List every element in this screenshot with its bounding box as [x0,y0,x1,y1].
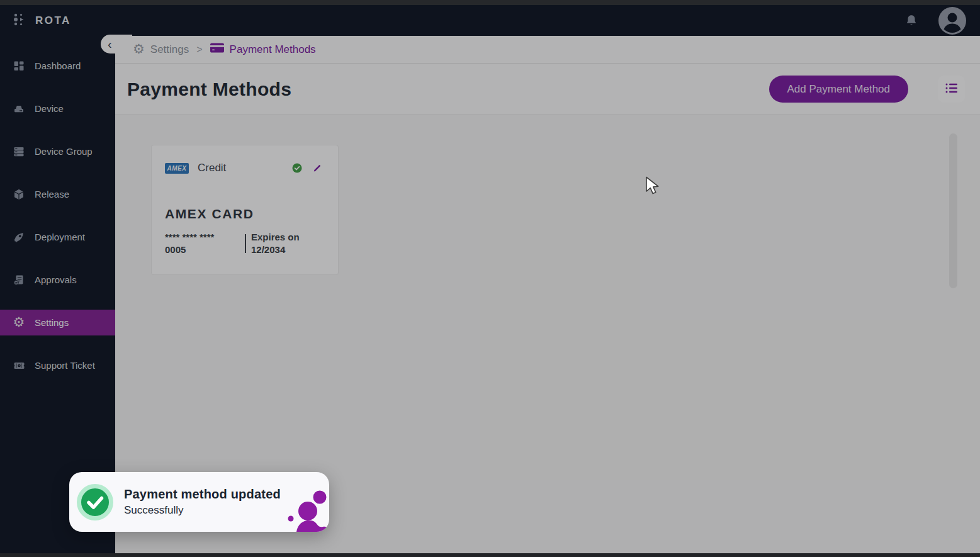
purple-splash-decoration [279,472,329,532]
toast-title: Payment method updated [124,487,281,502]
toast-text: Payment method updated Successfully [124,487,281,517]
success-toast: Payment method updated Successfully [69,472,329,532]
toast-subtitle: Successfully [124,504,281,517]
success-check-icon [77,484,113,520]
